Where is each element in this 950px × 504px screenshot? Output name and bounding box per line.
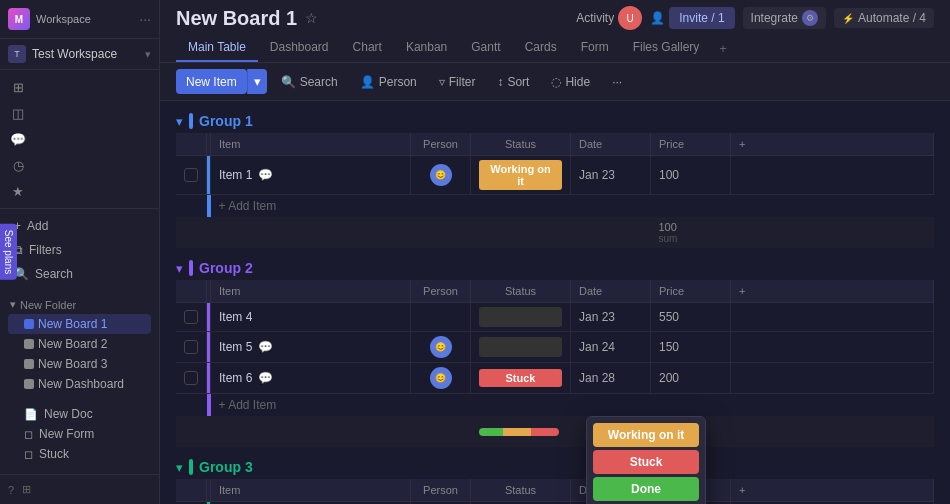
workspace-menu-icon[interactable]: ··· bbox=[139, 11, 151, 27]
team-name: Test Workspace bbox=[32, 47, 117, 61]
chat-icon[interactable]: 💬 bbox=[258, 168, 273, 182]
chat-icon[interactable]: 💬 bbox=[258, 340, 273, 354]
dropdown-stuck-option[interactable]: Stuck bbox=[593, 450, 699, 474]
filter-toolbar-button[interactable]: ▿ Filter bbox=[431, 71, 484, 93]
doc-label: New Doc bbox=[44, 407, 93, 421]
activity-button[interactable]: Activity U bbox=[576, 6, 642, 30]
sort-toolbar-button[interactable]: ↕ Sort bbox=[489, 71, 537, 93]
sidebar-item-home[interactable]: ⊞ bbox=[0, 74, 159, 100]
sidebar-item-inbox[interactable]: 💬 bbox=[0, 126, 159, 152]
person-column-header: Person bbox=[411, 133, 471, 156]
new-item-button[interactable]: New Item bbox=[176, 69, 247, 94]
sidebar: M Workspace ··· T Test Workspace ▾ ⊞ ◫ 💬… bbox=[0, 0, 160, 504]
row-date-cell: Jan 23 bbox=[571, 156, 651, 195]
row-status-cell[interactable]: Working on it bbox=[471, 156, 571, 195]
g2-person-header: Person bbox=[411, 280, 471, 303]
add-item-label[interactable]: + Add Item bbox=[211, 195, 934, 218]
sidebar-item-stuck[interactable]: ◻ Stuck bbox=[8, 444, 151, 464]
sidebar-item-board2[interactable]: New Board 2 bbox=[8, 334, 151, 354]
add-item-row-1[interactable]: + Add Item bbox=[176, 195, 934, 218]
g2-r2-status[interactable] bbox=[471, 332, 571, 363]
group-3-header[interactable]: ▾ Group 3 bbox=[176, 455, 934, 479]
new-item-dropdown-button[interactable]: ▾ bbox=[247, 69, 267, 94]
person-toolbar-button[interactable]: 👤 Person bbox=[352, 71, 425, 93]
star-icon[interactable]: ☆ bbox=[305, 10, 318, 26]
stuck-icon: ◻ bbox=[24, 448, 33, 461]
sidebar-item-board3[interactable]: New Board 3 bbox=[8, 354, 151, 374]
row-person-cell[interactable]: 😊 bbox=[411, 156, 471, 195]
board-color-indicator bbox=[24, 319, 34, 329]
row-checkbox-cell[interactable] bbox=[176, 156, 207, 195]
summary-label-1: sum bbox=[659, 233, 723, 244]
see-plans-tab[interactable]: See plans bbox=[0, 224, 17, 280]
add-tab-button[interactable]: + bbox=[711, 35, 735, 62]
more-toolbar-button[interactable]: ··· bbox=[604, 71, 630, 93]
g3-add-col-button[interactable]: + bbox=[731, 479, 934, 502]
avatar-initial: 😊 bbox=[435, 170, 446, 180]
tab-files[interactable]: Files Gallery bbox=[621, 34, 712, 62]
table-row: Item 1 💬 😊 Working on it Jan 2 bbox=[176, 156, 934, 195]
g2-r3-check[interactable] bbox=[176, 363, 207, 394]
search-toolbar-button[interactable]: 🔍 Search bbox=[273, 71, 346, 93]
group-2-header[interactable]: ▾ Group 2 bbox=[176, 256, 934, 280]
folder-header[interactable]: ▾ New Folder bbox=[8, 295, 151, 314]
tab-gantt[interactable]: Gantt bbox=[459, 34, 512, 62]
group-1-header[interactable]: ▾ Group 1 bbox=[176, 109, 934, 133]
updates-icon: ◷ bbox=[10, 157, 26, 173]
status-badge[interactable]: Stuck bbox=[479, 369, 562, 387]
sidebar-item-updates[interactable]: ◷ bbox=[0, 152, 159, 178]
automate-button[interactable]: ⚡ Automate / 4 bbox=[834, 8, 934, 28]
g2-r1-status[interactable] bbox=[471, 303, 571, 332]
dropdown-working-option[interactable]: Working on it bbox=[593, 423, 699, 447]
add-item-row-2[interactable]: + Add Item bbox=[176, 394, 934, 417]
status-badge[interactable] bbox=[479, 337, 562, 357]
date-column-header: Date bbox=[571, 133, 651, 156]
g2-r2-extra bbox=[731, 332, 934, 363]
g2-r3-date: Jan 28 bbox=[571, 363, 651, 394]
g2-r2-check[interactable] bbox=[176, 332, 207, 363]
person-avatar: 😊 bbox=[430, 336, 452, 358]
g2-r3-price: 200 bbox=[651, 363, 731, 394]
g2-r2-person[interactable]: 😊 bbox=[411, 332, 471, 363]
sidebar-item-doc[interactable]: 📄 New Doc bbox=[8, 404, 151, 424]
team-chevron-icon[interactable]: ▾ bbox=[145, 48, 151, 61]
tab-dashboard[interactable]: Dashboard bbox=[258, 34, 341, 62]
inbox-icon: 💬 bbox=[10, 131, 26, 147]
tab-form[interactable]: Form bbox=[569, 34, 621, 62]
dropdown-done-option[interactable]: Done bbox=[593, 477, 699, 501]
sidebar-item-mywork[interactable]: ◫ bbox=[0, 100, 159, 126]
status-badge[interactable]: Working on it bbox=[479, 160, 562, 190]
g2-r1-person[interactable] bbox=[411, 303, 471, 332]
g2-r1-date: Jan 23 bbox=[571, 303, 651, 332]
chat-icon[interactable]: 💬 bbox=[258, 371, 273, 385]
invite-button[interactable]: Invite / 1 bbox=[669, 7, 734, 29]
g2-r3-person[interactable]: 😊 bbox=[411, 363, 471, 394]
hide-toolbar-button[interactable]: ◌ Hide bbox=[543, 71, 598, 93]
g2-add-col-button[interactable]: + bbox=[731, 280, 934, 303]
filters-button[interactable]: ⧉ Filters bbox=[8, 239, 151, 261]
add-button[interactable]: + Add bbox=[8, 215, 151, 237]
sidebar-item-favorites[interactable]: ★ bbox=[0, 178, 159, 204]
add-column-button[interactable]: + bbox=[731, 133, 934, 156]
help-icon[interactable]: ? bbox=[8, 484, 14, 496]
invite-container: 👤 Invite / 1 bbox=[650, 7, 734, 29]
g2-r1-check[interactable] bbox=[176, 303, 207, 332]
group-3-title: Group 3 bbox=[199, 459, 253, 475]
tab-chart[interactable]: Chart bbox=[341, 34, 394, 62]
sidebar-item-form[interactable]: ◻ New Form bbox=[8, 424, 151, 444]
sidebar-item-board1[interactable]: New Board 1 bbox=[8, 314, 151, 334]
sidebar-item-dashboard[interactable]: New Dashboard bbox=[8, 374, 151, 394]
integrate-button[interactable]: Integrate ⚙ bbox=[743, 7, 826, 29]
search-button[interactable]: 🔍 Search bbox=[8, 263, 151, 285]
tab-cards[interactable]: Cards bbox=[513, 34, 569, 62]
tab-main-table[interactable]: Main Table bbox=[176, 34, 258, 62]
g2-r3-status[interactable]: Stuck bbox=[471, 363, 571, 394]
tab-kanban[interactable]: Kanban bbox=[394, 34, 459, 62]
team-icon: T bbox=[8, 45, 26, 63]
grid-icon[interactable]: ⊞ bbox=[22, 483, 31, 496]
add-item-label-2[interactable]: + Add Item bbox=[211, 394, 934, 417]
status-badge[interactable] bbox=[479, 307, 562, 327]
item-column-header: Item bbox=[211, 133, 411, 156]
person-avatar: 😊 bbox=[430, 367, 452, 389]
group-2-table: Item Person Status Date Price + Item 4 bbox=[176, 280, 934, 447]
